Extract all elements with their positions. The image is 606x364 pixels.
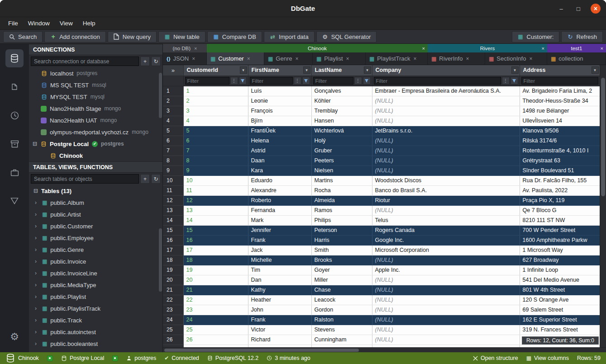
cell-address[interactable]: Av. Paulista, 2022 — [520, 185, 600, 195]
status-item-postgre-local[interactable]: Postgre Local — [61, 355, 104, 361]
row-number[interactable]: 12 — [163, 195, 183, 205]
archive-icon[interactable] — [5, 135, 24, 153]
chevron-right-icon[interactable]: › — [35, 340, 39, 347]
table-row[interactable]: 1919TimGoyerApple Inc.1 Infinite Loop — [163, 265, 600, 275]
cell-firstname[interactable]: John — [248, 305, 311, 315]
cell-company[interactable]: Apple Inc. — [372, 265, 520, 275]
table-row[interactable]: 33FrançoisTremblay(NULL)1498 rue Bélange… — [163, 106, 600, 116]
table-row[interactable]: 88DaanPeeters(NULL)Grétrystraat 63 — [163, 156, 600, 165]
status-item-view-columns[interactable]: ▦View columns — [526, 355, 569, 361]
tab-sectioninfo[interactable]: ▦SectionInfo× — [485, 52, 547, 65]
cell-address[interactable]: 627 Broadway — [520, 255, 600, 265]
cell-address[interactable]: 1498 rue Bélanger — [520, 106, 600, 116]
table-item-public-playlist[interactable]: ›▦public.Playlist — [29, 291, 162, 303]
cell-address[interactable]: 319 N. Frances Street — [520, 325, 600, 335]
cell-address[interactable]: 1600 Amphitheatre Parkw — [520, 235, 600, 245]
cell-customerid[interactable]: 20 — [183, 275, 248, 285]
cell-address[interactable]: 801 W 4th Street — [520, 285, 600, 295]
collapse-icon[interactable]: ⊟ — [33, 141, 37, 147]
vertical-scrollbar[interactable] — [600, 65, 606, 347]
cell-lastname[interactable]: Chase — [311, 285, 372, 295]
column-header-firstname[interactable]: FirstName▾ — [248, 65, 311, 76]
cell-firstname[interactable]: Victor — [248, 325, 311, 335]
filter-funnel-icon[interactable] — [239, 77, 247, 85]
row-number[interactable]: 24 — [163, 315, 183, 325]
status-item-rows-59[interactable]: Rows: 59 — [577, 355, 601, 361]
close-icon[interactable]: × — [247, 56, 250, 62]
cell-address[interactable]: 1 Microsoft Way — [520, 245, 600, 255]
table-row[interactable]: 2222HeatherLeacock(NULL)120 S Orange Ave — [163, 295, 600, 305]
cell-firstname[interactable]: Dan — [248, 275, 311, 285]
row-number[interactable]: 23 — [163, 305, 183, 315]
table-item-public-playlisttrack[interactable]: ›▦public.PlaylistTrack — [29, 303, 162, 314]
collapse-icon[interactable]: ⊟ — [33, 188, 38, 194]
row-number[interactable]: 1 — [163, 86, 183, 96]
cell-lastname[interactable]: Ralston — [311, 315, 372, 325]
cell-customerid[interactable]: 19 — [183, 265, 248, 275]
cell-company[interactable]: Banco do Brasil S.A. — [372, 185, 520, 195]
new-table-button[interactable]: ▦New table — [158, 31, 205, 43]
cell-company[interactable]: (NULL) — [372, 106, 520, 116]
cell-customerid[interactable]: 26 — [183, 335, 248, 345]
cell-customerid[interactable]: 1 — [183, 86, 248, 96]
cell-address[interactable]: Rua Dr. Falcão Filho, 155 — [520, 175, 600, 185]
filter-icon[interactable] — [5, 192, 24, 210]
cell-lastname[interactable]: Peterson — [311, 225, 372, 235]
tab-customer[interactable]: ▦Customer× — [207, 52, 264, 65]
row-number[interactable]: 19 — [163, 265, 183, 275]
tables-refresh-icon[interactable]: ↻ — [151, 174, 161, 184]
menu-view[interactable]: View — [55, 19, 77, 28]
cell-lastname[interactable]: Wichterlová — [311, 126, 372, 136]
column-dropdown-icon[interactable]: ▾ — [240, 66, 247, 74]
status-item-open-structure[interactable]: Open structure — [473, 355, 518, 361]
maximize-button[interactable]: □ — [573, 4, 583, 14]
cell-company[interactable]: Microsoft Corporation — [372, 245, 520, 255]
cell-lastname[interactable]: Martins — [311, 175, 372, 185]
cell-firstname[interactable]: Alexandre — [248, 185, 311, 195]
row-number[interactable]: 2 — [163, 96, 183, 106]
cell-lastname[interactable]: Ramos — [311, 205, 372, 215]
row-number[interactable]: 17 — [163, 245, 183, 255]
horizontal-scrollbar-thumb[interactable] — [164, 349, 359, 352]
cell-customerid[interactable]: 9 — [183, 165, 248, 175]
cell-firstname[interactable]: Jennifer — [248, 225, 311, 235]
minimize-button[interactable]: – — [556, 4, 566, 14]
status-item-postgresql-12-2[interactable]: PostgreSQL 12.2 — [207, 355, 258, 361]
column-dropdown-icon[interactable]: ▾ — [303, 66, 310, 74]
settings-gear-icon[interactable]: ⚙ — [5, 328, 24, 346]
table-row[interactable]: 1111AlexandreRochaBanco do Brasil S.A.Av… — [163, 185, 600, 195]
tables-add-icon[interactable]: + — [140, 174, 150, 184]
cell-address[interactable]: 69 Salem Street — [520, 305, 600, 315]
cell-lastname[interactable]: Miller — [311, 275, 372, 285]
cell-customerid[interactable]: 4 — [183, 116, 248, 126]
row-number[interactable]: 21 — [163, 285, 183, 295]
row-number[interactable]: 16 — [163, 235, 183, 245]
cell-address[interactable]: UllevÌlsveien 14 — [520, 116, 600, 126]
table-row[interactable]: 1414MarkPhilipsTelus8210 111 ST NW — [163, 215, 600, 225]
cell-address[interactable]: 700 W Pender Street — [520, 225, 600, 235]
cell-company[interactable]: JetBrains s.r.o. — [372, 126, 520, 136]
column-dropdown-icon[interactable]: ▾ — [364, 66, 371, 74]
cell-lastname[interactable]: Almeida — [311, 195, 372, 205]
cell-firstname[interactable]: Fernanda — [248, 205, 311, 215]
cell-address[interactable]: 8210 111 ST NW — [520, 215, 600, 225]
vertical-scrollbar-thumb[interactable] — [601, 78, 605, 196]
cell-address[interactable]: Av. Brigadeiro Faria Lima, 2 — [520, 86, 600, 96]
row-number[interactable]: 18 — [163, 255, 183, 265]
new-query-button[interactable]: New query — [108, 31, 157, 43]
status-item-3-minutes-ago[interactable]: 3 minutes ago — [267, 355, 310, 361]
close-icon[interactable]: × — [192, 56, 195, 62]
table-item-public-mediatype[interactable]: ›▦public.MediaType — [29, 279, 162, 291]
cell-company[interactable]: (NULL) — [372, 285, 520, 295]
tab-collection[interactable]: ▦collection — [547, 52, 606, 65]
cell-address[interactable]: 162 E Superior Street — [520, 315, 600, 325]
cell-lastname[interactable]: Nielsen — [311, 165, 372, 175]
cell-firstname[interactable]: Bjïrn — [248, 116, 311, 126]
cell-company[interactable]: (NULL) — [372, 146, 520, 156]
cell-customerid[interactable]: 8 — [183, 156, 248, 165]
filter-funnel-icon[interactable] — [363, 77, 371, 85]
connection-item-nano2health-stage[interactable]: Nano2Health Stagemongo — [29, 103, 162, 114]
cell-firstname[interactable]: Frank — [248, 315, 311, 325]
table-row[interactable]: 2020DanMiller(NULL)541 Del Medio Avenue — [163, 275, 600, 285]
filter-funnel-icon[interactable] — [302, 77, 310, 85]
